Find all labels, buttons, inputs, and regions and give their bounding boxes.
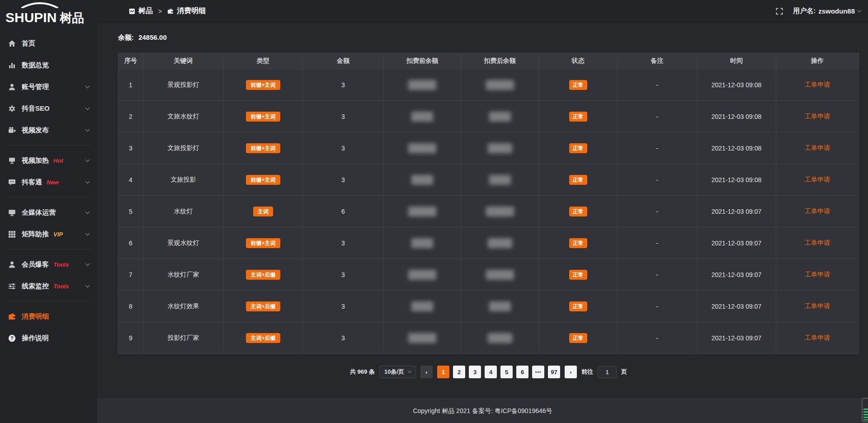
pagination-page-97[interactable]: 97 (548, 366, 560, 378)
work-order-link[interactable]: 工单申请 (805, 271, 830, 278)
pagination-page-2[interactable]: 2 (453, 366, 465, 378)
type-badge: 前缀+主词 (246, 175, 280, 185)
cell-post-balance (461, 101, 539, 132)
type-badge: 前缀+主词 (246, 80, 280, 90)
pagination-ellipsis[interactable]: ••• (532, 366, 544, 378)
table-row: 2文旅水纹灯前缀+主词3正常-2021-12-03 09:08工单申请 (118, 101, 859, 132)
sidebar-item-douyin-seo[interactable]: 抖音SEO (0, 98, 97, 119)
breadcrumb-root[interactable]: 树品 (129, 6, 153, 16)
cell-pre-balance (384, 69, 461, 101)
cell-note: - (618, 259, 697, 291)
sidebar-item-label: 首页 (22, 39, 35, 48)
type-badge: 前缀+主词 (246, 143, 280, 153)
sidebar-item-matrix-boost[interactable]: 矩阵助推 VIP (0, 223, 97, 245)
cell-note: - (618, 322, 697, 354)
redacted-post-balance (489, 301, 511, 311)
cell-amount: 3 (303, 227, 384, 259)
screen-recorder-widget (862, 398, 868, 422)
cell-pre-balance (384, 322, 461, 354)
pagination-page-4[interactable]: 4 (485, 366, 497, 378)
cell-index: 2 (118, 101, 143, 132)
cell-index: 6 (118, 227, 143, 259)
pagination-page-1[interactable]: 1 (437, 366, 449, 378)
sidebar-item-member-tools[interactable]: 会员爆客 Tools (0, 254, 97, 275)
user-icon (8, 83, 16, 91)
redacted-pre-balance (408, 207, 436, 216)
cell-note: - (618, 101, 697, 132)
chevron-down-icon (85, 209, 90, 214)
member-icon (8, 261, 16, 268)
work-order-link[interactable]: 工单申请 (805, 81, 830, 88)
goto-unit: 页 (621, 368, 627, 376)
bar-chart-icon (8, 61, 16, 69)
monitor-icon (8, 209, 16, 216)
chevron-down-icon (85, 157, 90, 162)
table-row: 5水纹灯主词6正常-2021-12-03 09:07工单申请 (118, 196, 859, 227)
col-note: 备注 (618, 53, 697, 69)
cell-time: 2021-12-03 09:07 (697, 291, 776, 322)
redacted-pre-balance (411, 238, 433, 248)
cell-index: 1 (118, 69, 143, 101)
sidebar-item-data-overview[interactable]: 数据总览 (0, 54, 97, 76)
work-order-link[interactable]: 工单申请 (805, 176, 830, 183)
cell-note: - (618, 291, 697, 322)
col-index: 序号 (118, 53, 143, 69)
logo-text-en: SHUPIN (5, 11, 57, 24)
cell-keyword: 水纹灯效果 (143, 291, 224, 322)
page-size-select[interactable]: 10条/页 (379, 366, 416, 378)
col-keyword: 关键词 (143, 53, 224, 69)
cell-action: 工单申请 (776, 101, 859, 132)
status-badge: 正常 (569, 80, 587, 90)
cell-pre-balance (384, 101, 461, 132)
sidebar-item-video-heating[interactable]: 视频加热 Hot (0, 150, 97, 171)
work-order-link[interactable]: 工单申请 (805, 207, 830, 215)
status-badge: 正常 (569, 270, 587, 280)
pagination: 共 969 条 10条/页 ‹ 123456•••97 › 前往 页 (118, 366, 859, 378)
work-order-link[interactable]: 工单申请 (805, 113, 830, 120)
fullscreen-icon[interactable] (776, 8, 783, 15)
question-icon: ? (8, 334, 16, 342)
work-order-link[interactable]: 工单申请 (805, 144, 830, 151)
divider (6, 145, 91, 146)
cell-action: 工单申请 (776, 227, 859, 259)
chevron-down-icon (85, 261, 90, 266)
balance: 余额: 24856.00 (118, 33, 859, 42)
cell-amount: 3 (303, 259, 384, 291)
breadcrumb: 树品 > 消费明细 (129, 6, 206, 16)
pagination-page-3[interactable]: 3 (469, 366, 481, 378)
redacted-post-balance (489, 112, 511, 122)
consumption-table: 序号 关键词 类型 金额 扣费前余额 扣费后余额 状态 备注 时间 操作 1景观… (118, 53, 859, 354)
sidebar-item-doukoutong[interactable]: 抖客通 New (0, 171, 97, 193)
balance-label: 余额: (118, 33, 134, 41)
col-pre-balance: 扣费前余额 (384, 53, 461, 69)
cell-amount: 3 (303, 322, 384, 354)
sidebar-item-lead-monitoring[interactable]: 线索监控 Tools (0, 275, 97, 297)
user-menu[interactable]: 用户名: zswodun88 (793, 7, 861, 15)
sidebar-item-video-publish[interactable]: 视频发布 (0, 119, 97, 141)
col-status: 状态 (539, 53, 618, 69)
pagination-prev-button[interactable]: ‹ (420, 366, 433, 378)
sidebar-item-label: 会员爆客 (22, 260, 49, 269)
cell-type: 主词+后缀 (224, 322, 303, 354)
col-action: 操作 (776, 53, 859, 69)
goto-page-input[interactable] (598, 366, 617, 378)
divider (6, 249, 91, 249)
table-row: 8水纹灯效果主词+后缀3正常-2021-12-03 09:07工单申请 (118, 291, 859, 322)
chevron-down-icon (85, 283, 90, 287)
sidebar-item-account-management[interactable]: 账号管理 (0, 76, 97, 98)
pagination-next-button[interactable]: › (565, 366, 577, 378)
sidebar-item-operation-guide[interactable]: ? 操作说明 (0, 327, 97, 349)
cell-keyword: 水纹灯 (143, 196, 224, 227)
pagination-page-5[interactable]: 5 (500, 366, 513, 378)
work-order-link[interactable]: 工单申请 (805, 302, 830, 310)
sidebar-nav: 首页 数据总览 账号管理 抖音SEO 视频发布 (0, 28, 97, 349)
table-header-row: 序号 关键词 类型 金额 扣费前余额 扣费后余额 状态 备注 时间 操作 (118, 53, 859, 69)
sidebar-item-omnimedia-operation[interactable]: 全媒体运营 (0, 202, 97, 223)
sidebar-item-home[interactable]: 首页 (0, 33, 97, 54)
work-order-link[interactable]: 工单申请 (805, 334, 830, 341)
cell-time: 2021-12-03 09:08 (697, 132, 776, 164)
sidebar-item-consumption-details[interactable]: 消费明细 (0, 306, 97, 327)
col-type: 类型 (224, 53, 303, 69)
work-order-link[interactable]: 工单申请 (805, 239, 830, 246)
pagination-page-6[interactable]: 6 (516, 366, 528, 378)
